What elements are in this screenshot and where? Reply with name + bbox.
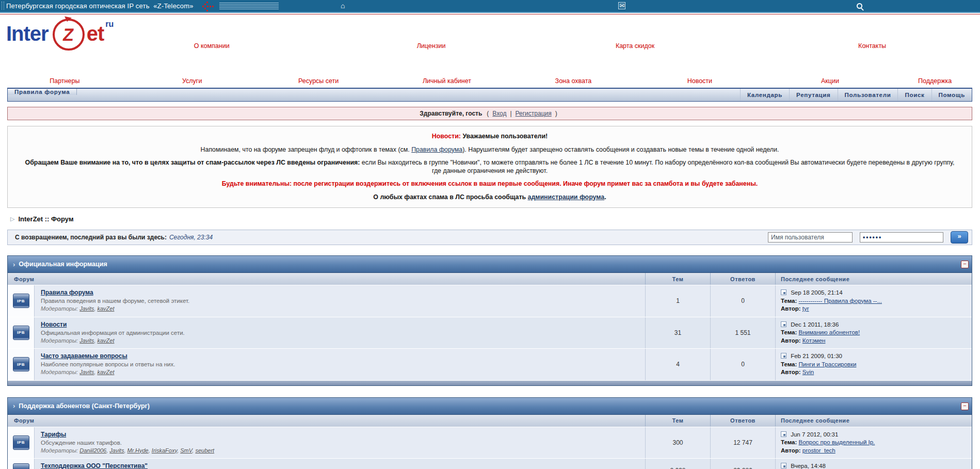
goto-last-post-icon[interactable]	[781, 353, 786, 359]
toolbar-item[interactable]: Репутация	[789, 89, 837, 101]
forum-moderators: Модераторы: Javits, kavZet	[41, 369, 640, 375]
topic-label: Тема:	[781, 329, 797, 335]
login-submit-button[interactable]: »	[951, 231, 968, 244]
collapse-icon[interactable]: −	[961, 261, 969, 268]
replies-count: 1 551	[711, 317, 776, 349]
forum-main-cell: Правила форума Правила поведения в нашем…	[35, 285, 646, 317]
nav-secondary-item-8[interactable]: Поддержка	[918, 77, 952, 85]
last-post-author-link[interactable]: tyr	[802, 305, 809, 312]
toolbar-item[interactable]: Помощь	[931, 89, 972, 101]
moderator-link[interactable]: IriskaFoxy	[152, 447, 177, 454]
welcome-bar: С возвращением, последний раз вы были зд…	[7, 230, 972, 245]
forum-title-link[interactable]: Правила форума	[41, 289, 93, 296]
collapse-icon[interactable]: −	[961, 402, 969, 410]
nav-secondary-item-1[interactable]: Партнеры	[50, 77, 79, 85]
news-line-3: Обращаем Ваше внимание на то, что в целя…	[23, 159, 956, 175]
username-input[interactable]	[768, 232, 853, 242]
last-post-topic-link[interactable]: Пинги и Трассировки	[798, 361, 856, 367]
forum-sections: › Официальная информация − Форум Тем Отв…	[0, 255, 980, 469]
section-footer-bar	[8, 380, 972, 385]
forum-title-link[interactable]: Техподдержка ООО "Перспектива"	[41, 462, 148, 469]
forum-rules-button[interactable]: Правила форума	[8, 89, 77, 95]
author-label: Автор:	[781, 447, 801, 454]
last-post-author-link[interactable]: Котэмен	[802, 337, 826, 344]
news-line-4: Будьте внимательны: после регистрации во…	[23, 180, 956, 188]
forum-status-icon: IPB	[13, 357, 29, 371]
forum-icon-cell: IPB	[8, 349, 35, 380]
last-post-topic-link[interactable]: Вопрос про выделенный Ip.	[798, 439, 875, 445]
nav-primary-item-3[interactable]: Карта скидок	[616, 42, 654, 50]
category-title-link[interactable]: Официальная информация	[19, 261, 107, 268]
mail-icon[interactable]: ✉	[618, 2, 625, 9]
forum-toolbar: Правила форума КалендарьРепутацияПользов…	[7, 88, 972, 102]
home-icon[interactable]: ⌂	[341, 2, 345, 10]
goto-last-post-icon[interactable]	[781, 431, 786, 437]
greeting-bar: Здравствуйте, гость ( Вход | Регистрация…	[7, 107, 972, 120]
last-post-author-link[interactable]: Svin	[802, 369, 814, 375]
last-post-topic-link[interactable]: Вниманию абонентов!	[798, 329, 860, 335]
moderator-link[interactable]: seubert	[195, 447, 214, 454]
register-link[interactable]: Регистрация	[516, 110, 552, 117]
forum-status-icon: IPB	[13, 463, 29, 469]
last-post-topic-link[interactable]: ------------ Правила форума --...	[798, 298, 882, 304]
category-header: › Поддержка абонентов (Санкт-Петербург) …	[8, 398, 972, 415]
moderator-link[interactable]: Daniil2006	[79, 447, 106, 454]
news-greeting: Уважаемые пользователи!	[462, 133, 548, 140]
toolbar-item[interactable]: Пользователи	[838, 89, 898, 101]
forum-rules-link[interactable]: Правила форума	[411, 146, 462, 153]
forum-status-icon: IPB	[13, 326, 29, 340]
topics-count: 2 038	[646, 459, 711, 469]
nav-secondary-item-2[interactable]: Услуги	[182, 77, 202, 85]
search-icon[interactable]	[857, 3, 862, 9]
last-post-cell: Feb 21 2009, 01:30 Тема: Пинги и Трассир…	[776, 349, 972, 380]
nav-secondary-item-4[interactable]: Личный кабинет	[423, 77, 471, 85]
nav-primary-item-2[interactable]: Лицензии	[417, 42, 446, 50]
moderator-link[interactable]: kavZet	[97, 337, 114, 344]
password-input[interactable]	[860, 232, 943, 242]
nav-primary-item-1[interactable]: О компании	[194, 42, 230, 50]
moderator-link[interactable]: Javits	[79, 369, 94, 375]
nav-secondary-item-5[interactable]: Зона охвата	[555, 77, 592, 85]
moderator-link[interactable]: kavZet	[97, 369, 114, 375]
chevron-icon: ›	[13, 402, 15, 410]
moderator-link[interactable]: SmV	[180, 447, 192, 454]
topbar: Петербургская городская оптическая IP се…	[0, 0, 980, 13]
breadcrumb-arrow-icon: ▷	[10, 216, 14, 222]
table-header-row: Форум Тем Ответов Последнее сообщение	[8, 273, 972, 285]
login-link[interactable]: Вход	[492, 110, 506, 117]
last-post-date: Jun 7 2012, 00:31	[789, 431, 838, 438]
goto-last-post-icon[interactable]	[781, 321, 786, 327]
forum-section: › Официальная информация − Форум Тем Отв…	[7, 255, 972, 386]
column-header-lastpost: Последнее сообщение	[776, 273, 972, 285]
nav-primary-item-4[interactable]: Контакты	[858, 42, 886, 50]
goto-last-post-icon[interactable]	[781, 463, 786, 468]
last-post-date-line: Feb 21 2009, 01:30	[781, 352, 968, 361]
paren-close: )	[555, 110, 557, 117]
last-post-cell: Jun 7 2012, 00:31 Тема: Вопрос про выдел…	[776, 427, 972, 459]
forum-icon-cell: IPB	[8, 459, 35, 469]
forum-row: IPB Правила форума Правила поведения в н…	[8, 285, 972, 317]
last-post-topic-line: Тема: ------------ Правила форума --...	[781, 297, 968, 305]
goto-last-post-icon[interactable]	[781, 289, 786, 295]
forum-title-link[interactable]: Тарифы	[41, 431, 66, 438]
forum-title-link[interactable]: Часто задаваемые вопросы	[41, 352, 127, 360]
nav-secondary-item-7[interactable]: Акции	[821, 77, 839, 85]
toolbar-item[interactable]: Календарь	[740, 89, 789, 101]
logo-text-z: Z	[62, 25, 75, 45]
moderator-link[interactable]: Mr.Hyde	[127, 447, 149, 454]
moderator-link[interactable]: kavZet	[97, 305, 114, 312]
forum-status-icon: IPB	[13, 435, 29, 450]
last-post-author-link[interactable]: prostor_tech	[802, 447, 836, 454]
column-header-replies: Ответов	[711, 415, 776, 427]
moderator-link[interactable]: Javits	[79, 337, 94, 344]
greeting-text: Здравствуйте, гость	[420, 110, 482, 117]
nav-secondary-item-3[interactable]: Ресурсы сети	[298, 77, 339, 85]
forum-moderators: Модераторы: Javits, kavZet	[41, 305, 640, 312]
category-title-link[interactable]: Поддержка абонентов (Санкт-Петербург)	[19, 402, 150, 410]
moderator-link[interactable]: Javits	[79, 305, 94, 312]
nav-secondary-item-6[interactable]: Новости	[687, 77, 712, 85]
moderator-link[interactable]: Javits	[109, 447, 124, 454]
forum-admin-link[interactable]: администрации форума	[528, 193, 605, 201]
toolbar-item[interactable]: Поиск	[897, 89, 931, 101]
forum-title-link[interactable]: Новости	[41, 321, 67, 328]
